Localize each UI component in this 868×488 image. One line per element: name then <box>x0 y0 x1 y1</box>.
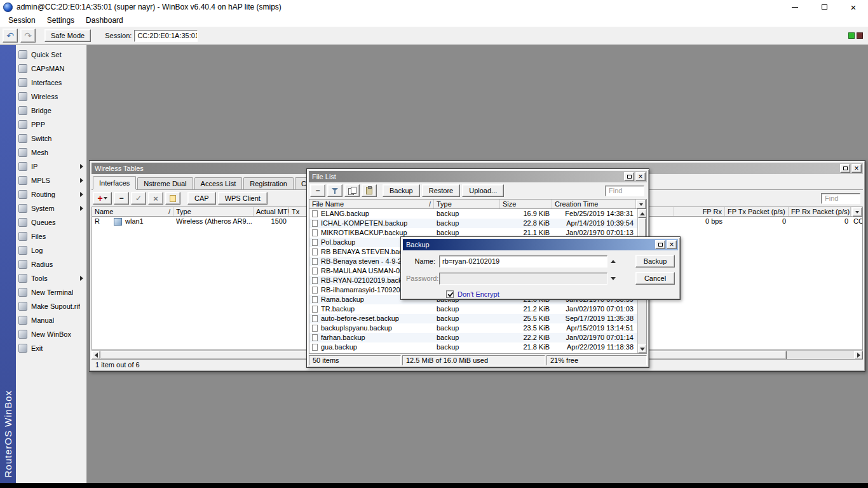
backup-confirm-button[interactable]: Backup <box>635 255 675 268</box>
remove-button[interactable] <box>114 192 129 205</box>
menu-dashboard[interactable]: Dashboard <box>80 15 129 26</box>
sidebar-item[interactable]: PPP <box>16 118 86 132</box>
sidebar-item[interactable]: Switch <box>16 132 86 146</box>
wireless-tab[interactable]: Access List <box>194 177 243 189</box>
file-list-close-button[interactable] <box>635 172 646 181</box>
session-input[interactable]: CC:2D:E0:1A:35:01 <box>134 30 198 42</box>
password-label: Password: <box>406 274 439 282</box>
column-header-fp-tx-packet[interactable]: FP Tx Packet (p/s) <box>725 207 789 216</box>
column-header-type[interactable]: Type <box>173 207 254 216</box>
wireless-tab[interactable]: Nstreme Dual <box>137 177 193 189</box>
file-list-maximize-button[interactable] <box>624 172 634 181</box>
column-header-actual-mtu[interactable]: Actual MTU <box>254 207 289 216</box>
sidebar-item[interactable]: Files <box>16 229 86 243</box>
column-header-fp-rx[interactable]: FP Rx <box>674 207 725 216</box>
wireless-maximize-button[interactable] <box>840 164 850 173</box>
backup-dialog-titlebar[interactable]: Backup <box>403 239 678 250</box>
scroll-left-button[interactable] <box>92 351 100 360</box>
cancel-button[interactable]: Cancel <box>635 272 675 285</box>
file-row[interactable]: TR.backup backup 21.2 KiB Jan/02/1970 07… <box>309 304 646 314</box>
file-type: backup <box>434 304 500 314</box>
wireless-tab[interactable]: Interfaces <box>93 176 136 189</box>
column-header-creation-time[interactable]: Creation Time <box>552 200 636 208</box>
disable-button[interactable] <box>148 192 163 205</box>
wireless-find-input[interactable]: Find <box>821 193 860 204</box>
column-selector-button[interactable] <box>852 207 862 217</box>
safe-mode-button[interactable]: Safe Mode <box>44 29 91 42</box>
column-header-type[interactable]: Type <box>434 200 500 208</box>
fp-rx-packet-value: 0 <box>789 217 851 226</box>
sidebar-item[interactable]: Queues <box>16 215 86 229</box>
file-type: backup <box>434 323 500 333</box>
minimize-button[interactable] <box>780 0 810 14</box>
sidebar-item[interactable]: New Terminal <box>16 285 86 299</box>
undo-button[interactable] <box>3 29 18 43</box>
backup-close-button[interactable] <box>667 240 677 249</box>
scrollbar-track[interactable] <box>787 351 854 359</box>
file-row[interactable]: ELANG.backup backup 16.9 KiB Feb/25/2019… <box>309 209 646 219</box>
copy-button[interactable] <box>344 184 360 197</box>
sidebar-item[interactable]: New WinBox <box>16 327 86 341</box>
sidebar-item-icon <box>18 106 27 115</box>
sidebar-item[interactable]: Interfaces <box>16 76 86 90</box>
scroll-up-button[interactable] <box>638 209 646 218</box>
comment-button[interactable] <box>165 192 180 205</box>
backup-name-input[interactable]: rb=ryan-02102019 <box>439 255 607 268</box>
restore-button[interactable]: Restore <box>422 184 461 197</box>
column-header-fp-rx-packet[interactable]: FP Rx Packet (p/s) <box>789 207 851 216</box>
sidebar-item[interactable]: Quick Set <box>16 48 86 62</box>
collapse-button[interactable] <box>607 255 619 267</box>
file-list-find-input[interactable]: Find <box>605 186 644 196</box>
close-button[interactable] <box>839 0 868 14</box>
file-row[interactable]: auto-before-reset.backup backup 25.5 KiB… <box>309 314 646 323</box>
backup-button[interactable]: Backup <box>383 184 420 197</box>
file-row[interactable]: ICHAL-KOMPETEN.backup backup 22.8 KiB Ap… <box>309 219 646 228</box>
session-label: Session: <box>105 32 132 39</box>
backup-password-input[interactable] <box>439 273 607 285</box>
backup-maximize-button[interactable] <box>655 240 665 249</box>
upload-button[interactable]: Upload... <box>462 184 504 197</box>
paste-button[interactable] <box>362 184 377 197</box>
file-row[interactable]: backuplspyanu.backup backup 23.5 KiB Apr… <box>309 323 646 333</box>
add-button[interactable] <box>93 192 112 205</box>
scroll-down-button[interactable] <box>638 344 646 353</box>
expand-button[interactable] <box>607 273 619 284</box>
wireless-tab[interactable]: Registration <box>243 177 294 189</box>
filter-button[interactable] <box>327 184 342 197</box>
dont-encrypt-checkbox[interactable] <box>446 290 454 298</box>
sidebar-item[interactable]: Bridge <box>16 104 86 118</box>
wps-client-button[interactable]: WPS Client <box>218 192 268 205</box>
sidebar-item[interactable]: Make Supout.rif <box>16 299 86 313</box>
sidebar-item[interactable]: Exit <box>16 341 86 355</box>
file-row[interactable]: farhan.backup backup 22.2 KiB Jan/02/197… <box>309 333 646 342</box>
sidebar-item[interactable]: Radius <box>16 257 86 271</box>
file-row[interactable]: gua.backup backup 21.8 KiB Apr/22/2019 1… <box>309 342 646 352</box>
sidebar-item[interactable]: CAPsMAN <box>16 62 86 76</box>
column-header-name[interactable]: Name <box>92 207 173 216</box>
sidebar-item[interactable]: Log <box>16 243 86 257</box>
enable-button[interactable] <box>131 192 146 205</box>
sidebar-item[interactable]: Mesh <box>16 146 86 159</box>
sidebar-item[interactable]: System <box>16 201 86 215</box>
dont-encrypt-label: Don't Encrypt <box>458 290 499 298</box>
sidebar-item[interactable]: Tools <box>16 271 86 285</box>
sidebar-item[interactable]: MPLS <box>16 173 86 187</box>
file-list-titlebar[interactable]: File List <box>309 171 647 182</box>
sidebar-item[interactable]: IP <box>16 159 86 173</box>
redo-button[interactable] <box>20 29 36 43</box>
sidebar-item-label: Exit <box>31 344 43 352</box>
sidebar-item[interactable]: Manual <box>16 313 86 327</box>
cap-button[interactable]: CAP <box>187 192 216 205</box>
column-selector-button[interactable] <box>636 200 646 209</box>
disk-usage: 12.5 MiB of 16.0 MiB used <box>402 355 545 365</box>
sidebar-item[interactable]: Routing <box>16 187 86 201</box>
delete-file-button[interactable] <box>310 184 325 197</box>
column-header-size[interactable]: Size <box>500 200 552 208</box>
menu-session[interactable]: Session <box>3 15 41 26</box>
maximize-button[interactable] <box>810 0 839 14</box>
wireless-close-button[interactable] <box>851 164 862 173</box>
sidebar-item[interactable]: Wireless <box>16 90 86 104</box>
scroll-right-button[interactable] <box>854 351 863 360</box>
column-header-file-name[interactable]: File Name <box>309 200 434 208</box>
menu-settings[interactable]: Settings <box>41 15 80 26</box>
